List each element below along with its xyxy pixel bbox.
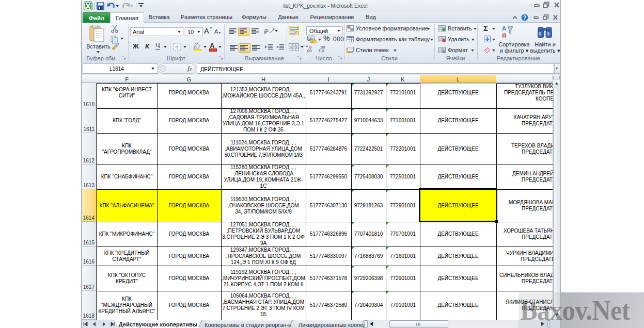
svg-text:,00: ,00 <box>306 48 311 53</box>
svg-text:?: ? <box>523 15 526 21</box>
svg-text:ab: ab <box>264 27 270 35</box>
svg-text:A: A <box>214 28 218 35</box>
svg-text:Я: Я <box>502 32 506 39</box>
svg-text:A: A <box>204 26 209 35</box>
svg-text:А: А <box>502 25 506 31</box>
svg-text:,0: ,0 <box>321 48 324 53</box>
